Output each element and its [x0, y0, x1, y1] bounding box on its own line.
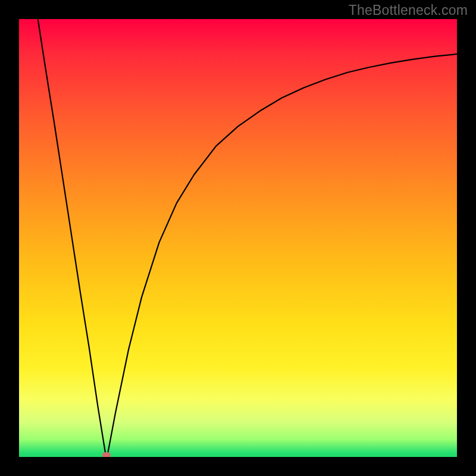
- watermark-label: TheBottleneck.com: [349, 2, 468, 18]
- plot-area: [19, 19, 457, 457]
- chart-frame: TheBottleneck.com: [0, 0, 476, 476]
- min-marker: [102, 452, 111, 457]
- bottleneck-curve: [38, 19, 457, 457]
- curve-svg: [19, 19, 457, 457]
